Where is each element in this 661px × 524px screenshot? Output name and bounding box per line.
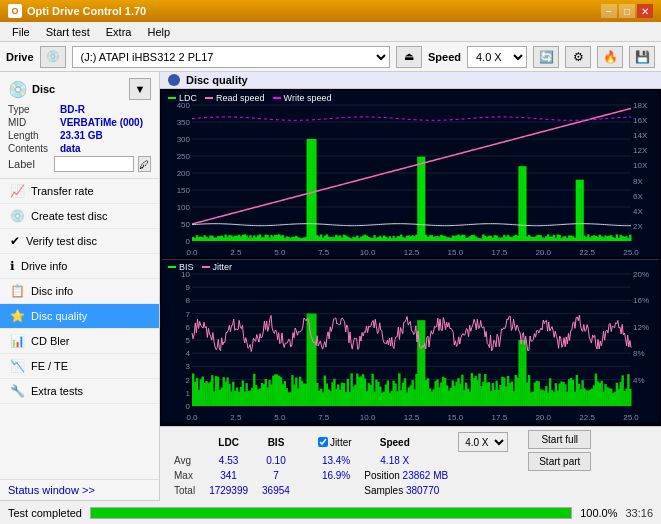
type-key: Type [8,104,60,115]
label-input[interactable] [54,156,134,172]
contents-key: Contents [8,143,60,154]
menu-help[interactable]: Help [139,24,178,40]
ldc-color [168,97,176,99]
bottom-status-bar: Test completed 100.0% 33:16 [0,500,661,524]
window-controls: − □ ✕ [601,4,653,18]
type-value: BD-R [60,104,85,115]
action-buttons: Start full Start part [528,430,591,471]
disc-option-btn[interactable]: ▼ [129,78,151,100]
chart2-legend: BIS Jitter [164,261,236,273]
start-part-button[interactable]: Start part [528,452,591,471]
menu-extra[interactable]: Extra [98,24,140,40]
mid-key: MID [8,117,60,128]
chart1-canvas [162,91,659,257]
samples-value: 380770 [406,485,439,496]
chart1-ldc: LDC Read speed Write speed [162,91,659,260]
titlebar: O Opti Drive Control 1.70 − □ ✕ [0,0,661,22]
burn-button[interactable]: 🔥 [597,46,623,68]
position-label: Position 23862 MB [358,469,454,482]
label-key: Label [8,158,50,170]
save-button[interactable]: 💾 [629,46,655,68]
maximize-button[interactable]: □ [619,4,635,18]
bis-color [168,266,176,268]
label-edit-btn[interactable]: 🖊 [138,156,151,172]
sidebar-item-fe-te[interactable]: 📉 FE / TE [0,354,159,379]
menubar: File Start test Extra Help [0,22,661,42]
drive-bar: Drive 💿 (J:) ATAPI iHBS312 2 PL17 ⏏ Spee… [0,42,661,72]
length-value: 23.31 GB [60,130,103,141]
length-key: Length [8,130,60,141]
legend-jitter: Jitter [202,262,233,272]
legend-write-speed: Write speed [273,93,332,103]
drive-select[interactable]: (J:) ATAPI iHBS312 2 PL17 [72,46,390,68]
content-area: Disc quality LDC Read speed [160,72,661,500]
time-label: 33:16 [625,507,653,519]
speed-label: Speed [428,51,461,63]
max-ldc: 341 [203,469,254,482]
sidebar-item-disc-quality[interactable]: ⭐ Disc quality [0,304,159,329]
col-speed-header: Speed [358,432,431,452]
read-speed-color [205,97,213,99]
total-ldc: 1729399 [203,484,254,497]
col-ldc-header: LDC [203,432,254,452]
disc-quality-header: Disc quality [160,72,661,89]
drive-icon-btn[interactable]: 💿 [40,46,66,68]
sidebar-item-extra-tests[interactable]: 🔧 Extra tests [0,379,159,404]
jitter-checkbox[interactable] [318,437,328,447]
progress-bar-wrap [90,507,572,519]
avg-bis: 0.10 [256,454,296,467]
position-value: 23862 MB [403,470,449,481]
sidebar-item-verify-test-disc[interactable]: ✔ Verify test disc [0,229,159,254]
dq-title: Disc quality [186,74,248,86]
write-speed-color [273,97,281,99]
speed-select[interactable]: 4.0 X [467,46,527,68]
avg-ldc: 4.53 [203,454,254,467]
sidebar-item-disc-info[interactable]: 📋 Disc info [0,279,159,304]
max-jitter: 16.9% [316,469,356,482]
disc-section-title: Disc [32,83,55,95]
progress-label: 100.0% [580,507,617,519]
disc-section-icon: 💿 [8,80,28,99]
sidebar-item-cd-bler[interactable]: 📊 CD Bler [0,329,159,354]
avg-label: Avg [168,454,201,467]
legend-read-speed: Read speed [205,93,265,103]
progress-bar-fill [91,508,571,518]
close-button[interactable]: ✕ [637,4,653,18]
total-label: Total [168,484,201,497]
refresh-button[interactable]: 🔄 [533,46,559,68]
sidebar-item-drive-info[interactable]: ℹ Drive info [0,254,159,279]
jitter-color [202,266,210,268]
stats-bar: LDC BIS Jitter Speed 4.0 X [160,426,661,502]
menu-file[interactable]: File [4,24,38,40]
start-full-button[interactable]: Start full [528,430,591,449]
settings-button[interactable]: ⚙ [565,46,591,68]
avg-jitter: 13.4% [316,454,356,467]
disc-section: 💿 Disc ▼ Type BD-R MID VERBATiMe (000) L… [0,72,159,179]
nav-list: 📈 Transfer rate 💿 Create test disc ✔ Ver… [0,179,159,404]
menu-start-test[interactable]: Start test [38,24,98,40]
avg-speed: 4.18 X [358,454,431,467]
total-bis: 36954 [256,484,296,497]
contents-value: data [60,143,81,154]
speed-select-stats[interactable]: 4.0 X [458,432,508,452]
sidebar-item-transfer-rate[interactable]: 📈 Transfer rate [0,179,159,204]
app-title: Opti Drive Control 1.70 [27,5,601,17]
chart2-canvas [162,260,659,422]
chart2-bis: BIS Jitter [162,260,659,424]
col-bis-header: BIS [256,432,296,452]
sidebar: 💿 Disc ▼ Type BD-R MID VERBATiMe (000) L… [0,72,160,500]
samples-label: Samples 380770 [358,484,454,497]
max-bis: 7 [256,469,296,482]
status-text: Test completed [8,507,82,519]
status-window-btn[interactable]: Status window >> [0,479,159,500]
max-label: Max [168,469,201,482]
app-icon: O [8,4,22,18]
minimize-button[interactable]: − [601,4,617,18]
chart1-legend: LDC Read speed Write speed [164,92,335,104]
eject-button[interactable]: ⏏ [396,46,422,68]
mid-value: VERBATiMe (000) [60,117,143,128]
drive-label: Drive [6,51,34,63]
dq-icon [168,74,180,86]
legend-ldc: LDC [168,93,197,103]
sidebar-item-create-test-disc[interactable]: 💿 Create test disc [0,204,159,229]
